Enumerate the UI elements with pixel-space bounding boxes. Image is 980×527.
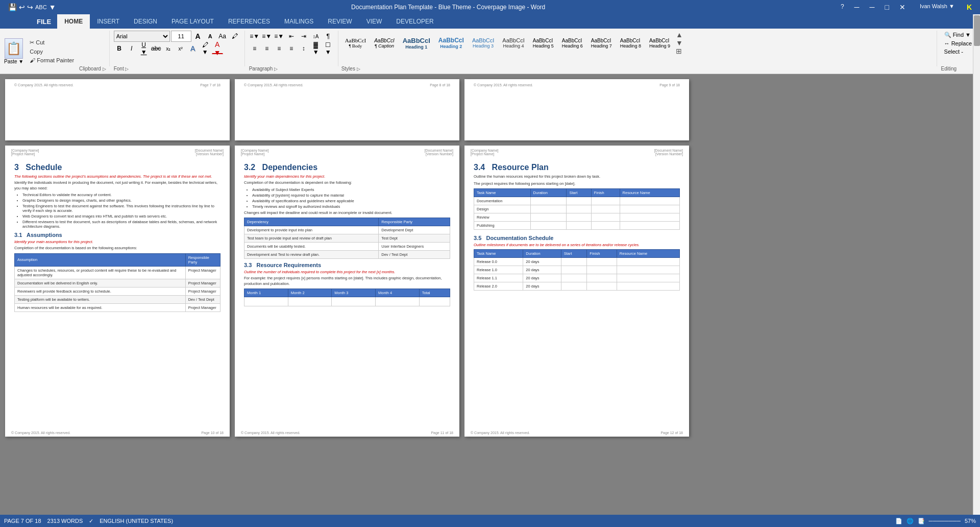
style-heading5[interactable]: AaBbCcIHeading 5 — [529, 36, 557, 50]
style-heading3[interactable]: AaBbCcIHeading 3 — [469, 36, 498, 50]
tab-references[interactable]: REFERENCES — [221, 14, 277, 29]
maximize-icon[interactable]: □ — [880, 2, 893, 12]
style-heading8[interactable]: AaBbCcIHeading 8 — [617, 36, 645, 50]
ribbon-tab-bar: FILE HOME INSERT DESIGN PAGE LAYOUT REFE… — [0, 14, 980, 29]
zoom-level[interactable]: 57% — [965, 518, 976, 524]
styles-up-arrow[interactable]: ▲ — [675, 31, 684, 39]
bullets-btn[interactable]: ≡▼ — [249, 31, 260, 42]
dep-table: Dependency Responsible Party Development… — [244, 218, 450, 259]
bold-btn[interactable]: B — [114, 43, 125, 54]
justify-btn[interactable]: ≡ — [286, 43, 297, 54]
ribbon-collapse-icon[interactable]: ─ — [850, 2, 864, 12]
page9-header-left: [Company Name] [Project Name] — [471, 149, 498, 156]
styles-expand-arrow[interactable]: ⊞ — [675, 47, 684, 55]
vertical-scrollbar[interactable] — [973, 14, 980, 515]
ribbon: FILE HOME INSERT DESIGN PAGE LAYOUT REFE… — [0, 14, 980, 74]
rp-col-5: Resource Name — [620, 189, 679, 197]
redo-icon[interactable]: ↪ — [27, 3, 33, 11]
minimize-icon[interactable]: ─ — [866, 2, 879, 12]
res-col-3: Month 3 — [332, 289, 376, 297]
text-effects-btn[interactable]: A — [187, 43, 199, 54]
style-heading6[interactable]: AaBbCcIHeading 6 — [558, 36, 586, 50]
align-right-btn[interactable]: ≡ — [274, 43, 285, 54]
page7-header-left: [Company Name] [Project Name] — [11, 149, 39, 156]
select-button[interactable]: Select - — [941, 47, 975, 56]
increase-indent-btn[interactable]: ⇥ — [298, 31, 309, 42]
footer-right-1: Page 7 of 18 — [200, 83, 220, 87]
close-icon[interactable]: ✕ — [895, 2, 910, 12]
multilevel-btn[interactable]: ≡▼ — [274, 31, 285, 42]
help-icon[interactable]: ? — [837, 2, 848, 12]
divider-3 — [338, 31, 338, 66]
view-print-icon[interactable]: 📄 — [895, 518, 902, 524]
page7-footer: © Company 2015. All rights reserved. Pag… — [11, 431, 224, 435]
tab-design[interactable]: DESIGN — [127, 14, 164, 29]
office-icon: K — [963, 2, 976, 12]
font-name-select[interactable]: Arial — [114, 31, 170, 42]
spelling-icon[interactable]: ABC — [35, 4, 47, 10]
align-left-btn[interactable]: ≡ — [249, 43, 260, 54]
ds1: Outline milestones if documents are to b… — [474, 243, 680, 247]
spell-check-icon[interactable]: ✓ — [89, 518, 93, 524]
rp1: Outline the human resources required for… — [474, 174, 680, 180]
highlight-btn[interactable]: 🖍 ▼ — [200, 43, 211, 54]
superscript-btn[interactable]: x² — [175, 43, 186, 54]
format-painter-button[interactable]: 🖌 Format Painter — [27, 56, 77, 64]
align-center-btn[interactable]: ≡ — [261, 43, 273, 54]
decrease-indent-btn[interactable]: ⇤ — [286, 31, 297, 42]
tab-view[interactable]: VIEW — [359, 14, 389, 29]
page8-footer: © Company 2015. All rights reserved. Pag… — [241, 431, 453, 435]
replace-button[interactable]: ↔ Replace — [941, 39, 975, 47]
find-button[interactable]: 🔍 Find ▼ — [941, 31, 975, 39]
ds-col-1: Task Name — [474, 250, 523, 258]
subscript-btn[interactable]: x₂ — [163, 43, 174, 54]
styles-down-arrow[interactable]: ▼ — [675, 39, 684, 47]
paste-button[interactable]: 📋 Paste ▼ — [2, 37, 26, 65]
line-spacing-btn[interactable]: ↕ — [298, 43, 309, 54]
save-icon[interactable]: 💾 — [8, 3, 17, 11]
list-item: Availability of Subject Matter Experts — [252, 187, 450, 192]
clear-format-btn[interactable]: 🖍 — [229, 31, 240, 42]
tab-page-layout[interactable]: PAGE LAYOUT — [164, 14, 221, 29]
sort-btn[interactable]: ↕A — [310, 31, 322, 42]
scrollbar-thumb[interactable] — [974, 15, 980, 46]
divider-4 — [937, 31, 937, 66]
view-outline-icon[interactable]: 📑 — [918, 518, 925, 524]
font-size-input[interactable] — [171, 31, 191, 42]
strikethrough-btn[interactable]: abc — [151, 43, 162, 54]
view-web-icon[interactable]: 🌐 — [906, 518, 914, 524]
tab-insert[interactable]: INSERT — [90, 14, 127, 29]
section34-heading: 3.4 Resource Plan — [474, 163, 680, 172]
customize-icon[interactable]: ▼ — [49, 3, 56, 11]
undo-icon[interactable]: ↩ — [19, 3, 25, 11]
dep-col-2: Responsible Party — [379, 218, 450, 226]
style-body[interactable]: AaBbCcI¶ Body — [341, 36, 370, 50]
zoom-slider[interactable]: ──────── — [929, 518, 961, 524]
underline-btn[interactable]: U ▼ — [138, 43, 150, 54]
section31-body2: Completion of the documentation is based… — [14, 246, 220, 251]
style-caption[interactable]: AaBbCcI¶ Caption — [371, 36, 398, 50]
style-heading1[interactable]: AaBbCcIHeading 1 — [399, 35, 434, 51]
tab-file[interactable]: FILE — [31, 14, 57, 29]
dep-bullets: Availability of Subject Matter Experts A… — [252, 187, 450, 209]
font-color-btn[interactable]: A ▼ — [212, 43, 223, 54]
borders-btn[interactable]: ☐ ▼ — [323, 43, 334, 54]
tab-home[interactable]: HOME — [57, 14, 90, 29]
cut-button[interactable]: ✂ Cut — [27, 38, 77, 47]
table-header-assumption: Assumption — [15, 253, 186, 266]
italic-btn[interactable]: I — [126, 43, 137, 54]
tab-developer[interactable]: DEVELOPER — [389, 14, 440, 29]
shading-btn[interactable]: ▓ ▼ — [310, 43, 322, 54]
numbering-btn[interactable]: ≡▼ — [261, 31, 273, 42]
copy-button[interactable]: Copy — [27, 47, 77, 56]
style-heading9[interactable]: AaBbCcIHeading 9 — [646, 36, 674, 50]
language-indicator[interactable]: ENGLISH (UNITED STATES) — [100, 518, 173, 524]
table-row: Release 0.0 20 days — [474, 258, 680, 266]
tab-review[interactable]: REVIEW — [321, 14, 359, 29]
style-heading7[interactable]: AaBbCcIHeading 7 — [587, 36, 616, 50]
show-para-btn[interactable]: ¶ — [323, 31, 334, 42]
style-heading4[interactable]: AaBbCcIHeading 4 — [499, 36, 528, 50]
increase-font-btn[interactable]: A — [192, 31, 204, 42]
tab-mailings[interactable]: MAILINGS — [277, 14, 321, 29]
style-heading2[interactable]: AaBbCcIHeading 2 — [435, 35, 468, 51]
